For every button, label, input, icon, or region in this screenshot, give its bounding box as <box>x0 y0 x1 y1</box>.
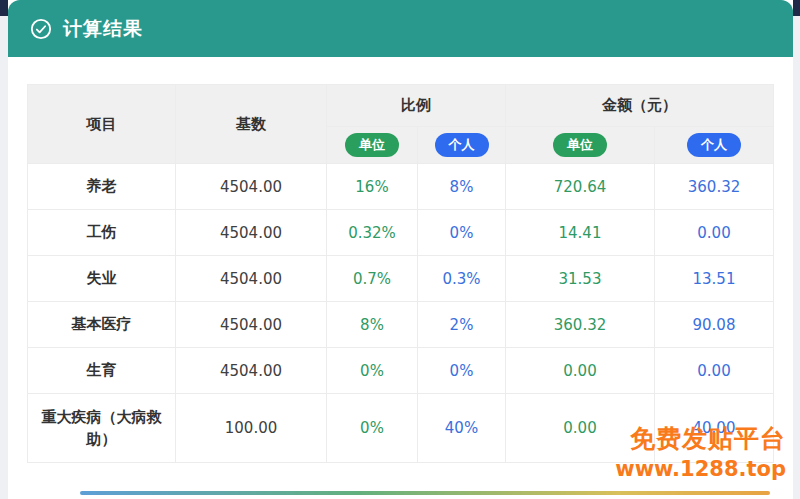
column-header-base: 基数 <box>176 85 327 164</box>
page-title: 计算结果 <box>63 16 143 42</box>
row-ratio-unit: 0.32% <box>327 210 418 256</box>
row-amount-person: 0.00 <box>655 210 774 256</box>
row-base-value: 100.00 <box>176 394 327 463</box>
person-badge: 个人 <box>435 133 489 157</box>
check-circle-icon <box>30 18 52 40</box>
row-amount-person: 360.32 <box>655 164 774 210</box>
row-ratio-unit: 16% <box>327 164 418 210</box>
row-base-value: 4504.00 <box>176 256 327 302</box>
row-amount-person: 13.51 <box>655 256 774 302</box>
unit-badge: 单位 <box>553 133 607 157</box>
unit-badge: 单位 <box>345 133 399 157</box>
row-item-label: 失业 <box>28 256 176 302</box>
row-item-label: 养老 <box>28 164 176 210</box>
table-row: 生育 4504.00 0% 0% 0.00 0.00 <box>28 348 774 394</box>
result-card-header: 计算结果 <box>8 0 793 57</box>
bottom-gradient-bar <box>80 491 770 495</box>
row-ratio-unit: 0% <box>327 394 418 463</box>
table-row: 工伤 4504.00 0.32% 0% 14.41 0.00 <box>28 210 774 256</box>
results-table: 项目 基数 比例 金额（元） 单位 个人 单位 个人 养老 4504.00 16… <box>27 84 774 463</box>
table-row: 失业 4504.00 0.7% 0.3% 31.53 13.51 <box>28 256 774 302</box>
table-row: 养老 4504.00 16% 8% 720.64 360.32 <box>28 164 774 210</box>
row-ratio-person: 0% <box>418 348 506 394</box>
row-base-value: 4504.00 <box>176 348 327 394</box>
row-base-value: 4504.00 <box>176 164 327 210</box>
row-amount-person: 90.08 <box>655 302 774 348</box>
row-amount-person: 0.00 <box>655 348 774 394</box>
row-amount-unit: 14.41 <box>506 210 655 256</box>
watermark-text: 免费发贴平台 <box>615 426 786 451</box>
column-group-ratio: 比例 <box>327 85 506 127</box>
column-group-amount: 金额（元） <box>506 85 774 127</box>
row-amount-unit: 720.64 <box>506 164 655 210</box>
results-table-container: 项目 基数 比例 金额（元） 单位 个人 单位 个人 养老 4504.00 16… <box>27 84 774 463</box>
watermark-url[interactable]: www.1288.top <box>615 459 786 480</box>
row-ratio-person: 0.3% <box>418 256 506 302</box>
row-item-label: 工伤 <box>28 210 176 256</box>
column-header-item: 项目 <box>28 85 176 164</box>
row-base-value: 4504.00 <box>176 302 327 348</box>
row-ratio-unit: 8% <box>327 302 418 348</box>
row-ratio-person: 2% <box>418 302 506 348</box>
row-item-label: 生育 <box>28 348 176 394</box>
watermark: 免费发贴平台 www.1288.top <box>615 426 786 480</box>
person-badge: 个人 <box>687 133 741 157</box>
row-amount-unit: 31.53 <box>506 256 655 302</box>
column-header-ratio-person: 个人 <box>418 127 506 164</box>
row-ratio-unit: 0.7% <box>327 256 418 302</box>
row-amount-unit: 360.32 <box>506 302 655 348</box>
row-amount-unit: 0.00 <box>506 348 655 394</box>
table-row: 基本医疗 4504.00 8% 2% 360.32 90.08 <box>28 302 774 348</box>
row-item-label: 重大疾病（大病救助） <box>28 394 176 463</box>
row-base-value: 4504.00 <box>176 210 327 256</box>
row-ratio-person: 0% <box>418 210 506 256</box>
row-item-label: 基本医疗 <box>28 302 176 348</box>
column-header-amount-person: 个人 <box>655 127 774 164</box>
column-header-ratio-unit: 单位 <box>327 127 418 164</box>
row-ratio-person: 40% <box>418 394 506 463</box>
row-ratio-person: 8% <box>418 164 506 210</box>
row-ratio-unit: 0% <box>327 348 418 394</box>
column-header-amount-unit: 单位 <box>506 127 655 164</box>
